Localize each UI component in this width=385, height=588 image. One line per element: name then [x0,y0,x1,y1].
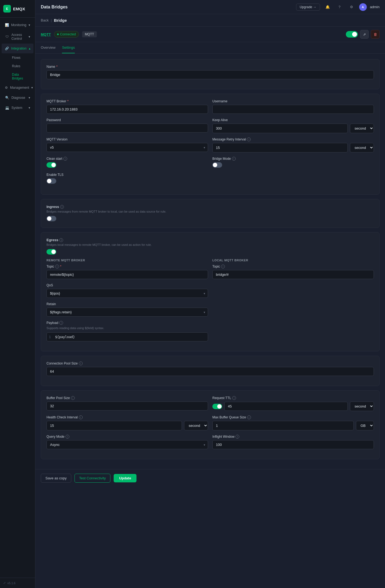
keep-alive-unit-select[interactable]: second [350,124,374,133]
sidebar-item-flows[interactable]: Flows [9,54,33,62]
bridge-enable-toggle[interactable] [346,31,358,38]
qos-select[interactable]: ${qos} 0 1 2 [46,289,208,298]
query-mode-select[interactable]: Async Sync [46,440,208,449]
egress-toggle[interactable] [46,249,56,255]
request-ttl-info-icon[interactable]: i [232,396,236,400]
back-button[interactable]: Back [41,18,49,22]
share-icon: ⇗ [363,32,366,36]
remote-topic-info-icon[interactable]: i [55,265,59,268]
connection-pool-section: Connection Pool Size i [41,356,380,386]
sidebar-item-diagnose[interactable]: 🔍 Diagnose ▾ [2,93,33,103]
qos-label: QoS [46,283,208,287]
username-group: Username [212,99,374,114]
bell-icon[interactable]: 🔔 [323,3,332,11]
query-mode-info-icon[interactable]: i [66,435,69,439]
username-label: Username [212,99,374,103]
help-icon[interactable]: ? [335,3,344,11]
local-topic-info-icon[interactable]: i [221,265,225,268]
sidebar-item-monitoring[interactable]: 📊 Monitoring ▾ [2,20,33,30]
sidebar-item-management[interactable]: ⚙ Management ▾ [2,83,33,93]
breadcrumb-current: Bridge [54,18,67,23]
settings-icon[interactable]: ⚙ [347,3,356,11]
name-input[interactable] [46,70,374,79]
sidebar-version: ⤢ v5.1.6 [0,578,35,588]
connection-pool-info-icon[interactable]: i [79,362,83,365]
remote-broker-col: Remote MQTT Broker Topic i * QoS [46,259,208,346]
inflight-info-icon[interactable]: i [235,435,239,439]
local-topic-input[interactable] [212,270,374,279]
enable-tls-toggle[interactable] [46,178,56,184]
local-broker-header: Local MQTT Broker [212,259,374,262]
keep-alive-input[interactable] [212,124,348,133]
logo-icon: E [3,5,11,13]
query-mode-group: Query Mode i Async Sync [46,435,208,449]
request-ttl-label: Request TTL i [212,396,374,400]
retain-select[interactable]: ${flags.retain} true false [46,308,208,317]
mqtt-type-tag[interactable]: MQTT [41,32,51,36]
mqtt-broker-group: MQTT Broker * [46,99,208,114]
max-buffer-info-icon[interactable]: i [247,415,251,419]
request-ttl-toggle[interactable] [212,404,222,409]
query-mode-select-wrapper: Async Sync [46,440,208,449]
form-area: Name * MQTT Broker * [35,54,385,469]
mqtt-version-select[interactable]: v5 v4 v3 [46,143,208,152]
ingress-toggle[interactable] [46,216,56,221]
bridge-mode-info-icon[interactable]: i [232,157,236,161]
health-check-input[interactable] [46,421,182,430]
egress-info-icon[interactable]: i [59,238,63,242]
sidebar-item-integration[interactable]: 🔗 Integration ▴ [2,44,33,53]
max-buffer-input[interactable] [212,421,354,430]
chevron-down-icon: ▾ [29,23,30,27]
local-topic-label: Topic i [212,265,374,268]
logo: E EMQX [0,0,35,18]
page-title: Data Bridges [41,5,68,10]
topbar: Data Bridges Upgrade → 🔔 ? ⚙ A admin [35,0,385,14]
ingress-section: Ingress i Bridges messages from remote M… [41,199,380,228]
clean-start-info-icon[interactable]: i [63,157,67,161]
remote-topic-input[interactable] [46,270,208,279]
buffer-pool-input[interactable] [46,402,208,411]
tab-settings[interactable]: Settings [62,42,75,53]
sidebar-item-data-bridges[interactable]: Data Bridges [9,71,33,82]
save-as-copy-button[interactable]: Save as copy [41,474,71,483]
inflight-input[interactable] [212,440,374,449]
clean-start-label: Clean start i [46,157,208,161]
health-check-info-icon[interactable]: i [79,415,83,419]
egress-section: Egress i Bridges local messages to remot… [41,232,380,351]
mqtt-broker-input[interactable] [46,105,208,114]
ingress-title: Ingress i [46,205,374,209]
request-ttl-input[interactable] [224,402,348,411]
broker-username-row: MQTT Broker * Username [46,99,374,118]
request-ttl-unit-select[interactable]: second [350,402,374,411]
tab-overview[interactable]: Overview [41,42,55,53]
message-retry-info-icon[interactable]: i [247,137,251,141]
max-buffer-label: Max Buffer Queue Size i [212,415,374,419]
ingress-info-icon[interactable]: i [60,205,64,209]
share-button[interactable]: ⇗ [360,30,369,39]
sidebar-item-rules[interactable]: Rules [9,62,33,70]
connection-pool-input[interactable] [46,367,374,376]
upgrade-button[interactable]: Upgrade → [296,4,320,11]
bridge-mode-toggle[interactable] [212,162,222,168]
query-mode-label: Query Mode i [46,435,208,439]
payload-info-icon[interactable]: i [59,321,63,325]
sidebar-item-access-control[interactable]: 🛡 Access Control ▾ [2,30,33,43]
expand-icon: ⤢ [3,581,6,585]
username-input[interactable] [212,105,374,114]
buffer-pool-info-icon[interactable]: i [71,396,75,400]
message-retry-input[interactable] [212,143,348,152]
test-connectivity-button[interactable]: Test Connectivity [74,474,110,483]
enable-tls-group: Enable TLS [46,173,374,185]
message-retry-row: second [212,143,374,152]
delete-button[interactable]: 🗑 [371,30,380,39]
sidebar-item-system[interactable]: 💻 System ▾ [2,103,33,113]
message-retry-unit-select[interactable]: second [350,143,374,152]
max-buffer-unit-select[interactable]: GB MB KB [356,421,374,430]
egress-desc: Bridges local messages to remote MQTT br… [46,243,374,246]
health-check-unit-select[interactable]: second [184,421,208,430]
update-button[interactable]: Update [114,474,136,482]
payload-group: Payload i Supports reading data using ${… [46,321,208,341]
password-input[interactable] [46,124,208,133]
clean-start-toggle[interactable] [46,162,56,168]
mqtt-version-select-wrapper: v5 v4 v3 [46,143,208,152]
